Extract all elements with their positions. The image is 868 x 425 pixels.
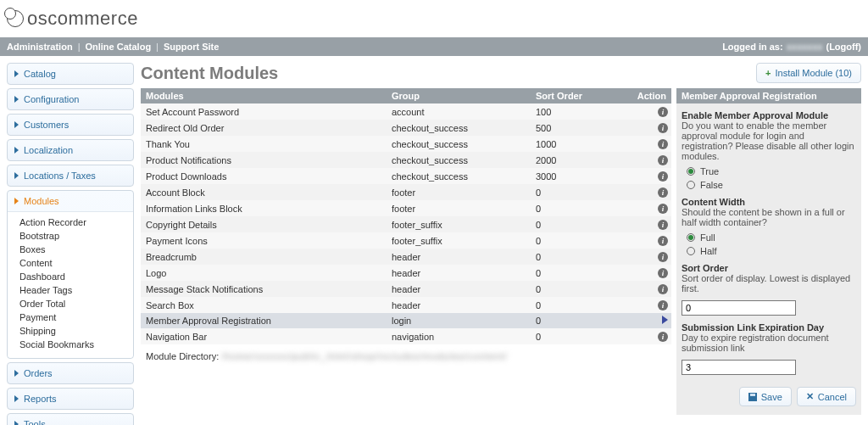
- radio-option[interactable]: False: [687, 180, 856, 190]
- sidebar-item-orders[interactable]: Orders: [8, 363, 133, 383]
- logoff-link[interactable]: (Logoff): [826, 42, 861, 52]
- sidebar-subitem-order-total[interactable]: Order Total: [19, 297, 126, 310]
- cancel-button[interactable]: ✕ Cancel: [797, 387, 856, 406]
- table-row[interactable]: Copyright Detailsfooter_suffix0i: [141, 216, 671, 232]
- info-icon[interactable]: i: [658, 107, 668, 117]
- radio-label: False: [700, 180, 723, 190]
- chevron-right-icon: [14, 172, 19, 179]
- radio-option[interactable]: Half: [687, 246, 856, 256]
- sidebar-item-label: Locations / Taxes: [24, 171, 96, 181]
- sidebar-item-localization[interactable]: Localization: [8, 140, 133, 160]
- radio-option[interactable]: True: [687, 166, 856, 176]
- module-directory: Module Directory: /home/xxxxxx/public_ht…: [141, 344, 671, 365]
- chevron-right-icon: [14, 96, 19, 103]
- arrow-right-icon[interactable]: [662, 316, 668, 324]
- table-row[interactable]: Product Downloadscheckout_success3000i: [141, 168, 671, 184]
- config-input[interactable]: [682, 300, 796, 316]
- info-icon[interactable]: i: [658, 268, 668, 278]
- sidebar-item-label: Orders: [24, 368, 53, 378]
- table-row[interactable]: Logoheader0i: [141, 265, 671, 281]
- info-icon[interactable]: i: [658, 123, 668, 133]
- sidebar-subitem-header-tags[interactable]: Header Tags: [19, 283, 126, 297]
- config-panel: Member Approval Registration Enable Memb…: [676, 88, 861, 415]
- radio-icon: [687, 167, 695, 176]
- info-icon[interactable]: i: [658, 300, 668, 310]
- info-icon[interactable]: i: [658, 187, 668, 198]
- info-icon[interactable]: i: [658, 220, 668, 230]
- sidebar-item-label: Reports: [24, 394, 57, 404]
- info-icon[interactable]: i: [658, 204, 668, 214]
- cell-sort-order: 0: [531, 281, 632, 297]
- sidebar-item-customers[interactable]: Customers: [8, 115, 133, 135]
- table-row[interactable]: Product Notificationscheckout_success200…: [141, 152, 671, 168]
- cell-action: i: [632, 297, 671, 313]
- sidebar-section: Orders: [7, 362, 134, 384]
- info-icon[interactable]: i: [658, 236, 668, 246]
- brand-text: oscommerce: [27, 8, 138, 30]
- sidebar-subitem-bootstrap[interactable]: Bootstrap: [19, 229, 126, 243]
- cell-group: checkout_success: [387, 168, 531, 184]
- topnav-online-catalog[interactable]: Online Catalog: [85, 42, 151, 52]
- table-row[interactable]: Account Blockfooter0i: [141, 184, 671, 200]
- cell-module-name: Logo: [141, 265, 387, 281]
- sidebar-item-label: Tools: [24, 419, 46, 425]
- sidebar-item-locations-taxes[interactable]: Locations / Taxes: [8, 165, 133, 186]
- info-icon[interactable]: i: [658, 284, 668, 294]
- cell-action: i: [632, 216, 671, 232]
- cell-action: i: [632, 200, 671, 216]
- cell-group: account: [387, 103, 531, 120]
- sidebar-item-label: Configuration: [24, 94, 79, 104]
- radio-option[interactable]: Full: [687, 232, 856, 243]
- radio-label: Full: [700, 232, 715, 243]
- info-icon[interactable]: i: [658, 252, 668, 262]
- cell-module-name: Payment Icons: [141, 232, 387, 249]
- topnav-support-site[interactable]: Support Site: [164, 42, 219, 52]
- logged-in-username: xxxxxxx: [787, 42, 823, 52]
- cell-action: i: [632, 120, 671, 136]
- table-row[interactable]: Thank Youcheckout_success1000i: [141, 136, 671, 152]
- cell-module-name: Breadcrumb: [141, 249, 387, 265]
- config-block: Content WidthShould the content be shown…: [682, 197, 856, 256]
- radio-label: True: [700, 166, 719, 176]
- table-row[interactable]: Member Approval Registrationlogin0: [141, 313, 671, 328]
- chevron-right-icon: [14, 198, 19, 204]
- info-icon[interactable]: i: [658, 139, 668, 149]
- chevron-right-icon: [14, 421, 19, 425]
- sidebar-subitem-shipping[interactable]: Shipping: [19, 324, 126, 338]
- cell-group: checkout_success: [387, 136, 531, 152]
- sidebar-subitem-dashboard[interactable]: Dashboard: [19, 270, 126, 283]
- info-icon[interactable]: i: [658, 171, 668, 182]
- cell-group: header: [387, 265, 531, 281]
- config-title: Enable Member Approval Module: [682, 110, 856, 120]
- radio-label: Half: [700, 246, 717, 256]
- table-row[interactable]: Search Boxheader0i: [141, 297, 671, 313]
- save-button[interactable]: Save: [739, 387, 792, 406]
- table-row[interactable]: Redirect Old Ordercheckout_success500i: [141, 120, 671, 136]
- sidebar-subitem-content[interactable]: Content: [19, 256, 126, 270]
- chevron-right-icon: [14, 121, 19, 128]
- table-row[interactable]: Navigation Barnavigation0i: [141, 328, 671, 344]
- sidebar-item-configuration[interactable]: Configuration: [8, 89, 133, 109]
- topnav-administration[interactable]: Administration: [7, 42, 73, 52]
- main-content: Content Modules + Install Module (10) Mo…: [141, 63, 861, 415]
- config-input[interactable]: [682, 360, 796, 375]
- table-row[interactable]: Information Links Blockfooter0i: [141, 200, 671, 216]
- table-row[interactable]: Payment Iconsfooter_suffix0i: [141, 232, 671, 249]
- info-icon[interactable]: i: [658, 155, 668, 165]
- sidebar-item-modules[interactable]: Modules: [8, 191, 133, 211]
- install-module-label: Install Module (10): [776, 68, 853, 78]
- info-icon[interactable]: i: [658, 332, 668, 342]
- cell-sort-order: 0: [531, 265, 632, 281]
- sidebar-item-catalog[interactable]: Catalog: [8, 64, 133, 84]
- table-row[interactable]: Breadcrumbheader0i: [141, 249, 671, 265]
- table-row[interactable]: Message Stack Notificationsheader0i: [141, 281, 671, 297]
- sidebar-item-reports[interactable]: Reports: [8, 389, 133, 409]
- install-module-button[interactable]: + Install Module (10): [756, 63, 861, 83]
- sidebar-subitem-social-bookmarks[interactable]: Social Bookmarks: [19, 338, 126, 351]
- sidebar-subitem-action-recorder[interactable]: Action Recorder: [19, 215, 126, 229]
- table-row[interactable]: Set Account Passwordaccount100i: [141, 103, 671, 120]
- sidebar-item-tools[interactable]: Tools: [8, 414, 133, 425]
- sidebar-subitem-payment[interactable]: Payment: [19, 310, 126, 324]
- config-description: Day to expire registration document subm…: [682, 333, 856, 353]
- sidebar-subitem-boxes[interactable]: Boxes: [19, 243, 126, 256]
